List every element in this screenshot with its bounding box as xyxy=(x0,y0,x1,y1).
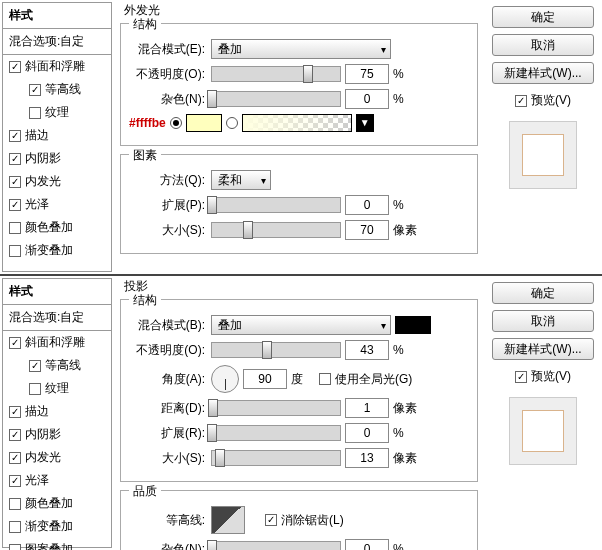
style-label: 光泽 xyxy=(25,196,49,213)
style-checkbox[interactable] xyxy=(9,429,21,441)
style-item[interactable]: 颜色叠加 xyxy=(3,492,111,515)
ok-button[interactable]: 确定 xyxy=(492,6,594,28)
opacity-slider[interactable] xyxy=(211,342,341,358)
preview-label: 预览(V) xyxy=(531,92,571,109)
spread-input[interactable]: 0 xyxy=(345,195,389,215)
style-item[interactable]: 描边 xyxy=(3,400,111,423)
angle-unit: 度 xyxy=(291,371,315,388)
noise-label: 杂色(N): xyxy=(129,91,207,108)
new-style-button[interactable]: 新建样式(W)... xyxy=(492,338,594,360)
effect-title: 投影 xyxy=(120,276,478,299)
style-label: 描边 xyxy=(25,127,49,144)
style-item[interactable]: 光泽 xyxy=(3,469,111,492)
style-checkbox[interactable] xyxy=(9,61,21,73)
style-item[interactable]: 纹理 xyxy=(3,101,111,124)
elements-group: 图素 方法(Q): 柔和 扩展(P): 0 % 大小(S): 70 像素 xyxy=(120,154,478,254)
style-checkbox[interactable] xyxy=(9,153,21,165)
color-hex: #ffffbe xyxy=(129,116,166,130)
style-checkbox[interactable] xyxy=(9,452,21,464)
opacity-input[interactable]: 75 xyxy=(345,64,389,84)
blend-mode-select[interactable]: 叠加 xyxy=(211,315,391,335)
cancel-button[interactable]: 取消 xyxy=(492,34,594,56)
noise-slider[interactable] xyxy=(211,91,341,107)
blending-options[interactable]: 混合选项:自定 xyxy=(3,305,111,331)
solid-color-radio[interactable] xyxy=(170,117,182,129)
size-input[interactable]: 13 xyxy=(345,448,389,468)
size-slider[interactable] xyxy=(211,450,341,466)
style-checkbox[interactable] xyxy=(9,245,21,257)
style-item[interactable]: 内阴影 xyxy=(3,423,111,446)
style-label: 内发光 xyxy=(25,449,61,466)
opacity-unit: % xyxy=(393,343,417,357)
style-item[interactable]: 渐变叠加 xyxy=(3,515,111,538)
opacity-slider[interactable] xyxy=(211,66,341,82)
noise-input[interactable]: 0 xyxy=(345,89,389,109)
style-checkbox[interactable] xyxy=(9,222,21,234)
distance-slider[interactable] xyxy=(211,400,341,416)
style-checkbox[interactable] xyxy=(9,176,21,188)
spread-slider[interactable] xyxy=(211,197,341,213)
style-checkbox[interactable] xyxy=(9,544,21,551)
style-item[interactable]: 内阴影 xyxy=(3,147,111,170)
style-label: 等高线 xyxy=(45,81,81,98)
style-checkbox[interactable] xyxy=(29,107,41,119)
style-item[interactable]: 等高线 xyxy=(3,78,111,101)
style-checkbox[interactable] xyxy=(9,337,21,349)
noise-input-q[interactable]: 0 xyxy=(345,539,389,550)
style-checkbox[interactable] xyxy=(9,498,21,510)
cancel-button[interactable]: 取消 xyxy=(492,310,594,332)
style-item[interactable]: 图案叠加 xyxy=(3,538,111,550)
color-swatch[interactable] xyxy=(186,114,222,132)
noise-slider-q[interactable] xyxy=(211,541,341,550)
style-label: 图案叠加 xyxy=(25,541,73,550)
style-item[interactable]: 斜面和浮雕 xyxy=(3,331,111,354)
style-item[interactable]: 等高线 xyxy=(3,354,111,377)
contour-picker[interactable] xyxy=(211,506,245,534)
antialias-checkbox[interactable] xyxy=(265,514,277,526)
blending-options[interactable]: 混合选项:自定 xyxy=(3,29,111,55)
preview-checkbox[interactable] xyxy=(515,371,527,383)
right-panel: 确定 取消 新建样式(W)... 预览(V) xyxy=(484,276,602,550)
style-checkbox[interactable] xyxy=(29,383,41,395)
style-item[interactable]: 渐变叠加 xyxy=(3,239,111,262)
angle-input[interactable]: 90 xyxy=(243,369,287,389)
style-checkbox[interactable] xyxy=(29,84,41,96)
style-item[interactable]: 斜面和浮雕 xyxy=(3,55,111,78)
size-slider[interactable] xyxy=(211,222,341,238)
style-item[interactable]: 内发光 xyxy=(3,446,111,469)
style-checkbox[interactable] xyxy=(9,130,21,142)
spread-slider[interactable] xyxy=(211,425,341,441)
angle-dial[interactable] xyxy=(211,365,239,393)
style-checkbox[interactable] xyxy=(9,475,21,487)
gradient-dropdown[interactable]: ▼ xyxy=(356,114,374,132)
style-item[interactable]: 纹理 xyxy=(3,377,111,400)
global-light-checkbox[interactable] xyxy=(319,373,331,385)
gradient-swatch[interactable] xyxy=(242,114,352,132)
style-checkbox[interactable] xyxy=(9,406,21,418)
style-label: 光泽 xyxy=(25,472,49,489)
blend-mode-select[interactable]: 叠加 xyxy=(211,39,391,59)
style-checkbox[interactable] xyxy=(9,199,21,211)
spread-input[interactable]: 0 xyxy=(345,423,389,443)
new-style-button[interactable]: 新建样式(W)... xyxy=(492,62,594,84)
style-item[interactable]: 内发光 xyxy=(3,170,111,193)
style-item[interactable]: 描边 xyxy=(3,124,111,147)
size-input[interactable]: 70 xyxy=(345,220,389,240)
preview-checkbox[interactable] xyxy=(515,95,527,107)
method-select[interactable]: 柔和 xyxy=(211,170,271,190)
distance-input[interactable]: 1 xyxy=(345,398,389,418)
structure-group: 结构 混合模式(E): 叠加 不透明度(O): 75 % 杂色(N): 0 % … xyxy=(120,23,478,146)
ok-button[interactable]: 确定 xyxy=(492,282,594,304)
style-label: 内阴影 xyxy=(25,150,61,167)
noise-unit-q: % xyxy=(393,542,417,550)
style-item[interactable]: 光泽 xyxy=(3,193,111,216)
styles-panel: 样式 混合选项:自定 斜面和浮雕等高线纹理描边内阴影内发光光泽颜色叠加渐变叠加 xyxy=(2,2,112,272)
style-label: 斜面和浮雕 xyxy=(25,58,85,75)
style-checkbox[interactable] xyxy=(29,360,41,372)
opacity-input[interactable]: 43 xyxy=(345,340,389,360)
shadow-color-swatch[interactable] xyxy=(395,316,431,334)
style-item[interactable]: 颜色叠加 xyxy=(3,216,111,239)
antialias-label: 消除锯齿(L) xyxy=(281,512,344,529)
style-checkbox[interactable] xyxy=(9,521,21,533)
gradient-radio[interactable] xyxy=(226,117,238,129)
